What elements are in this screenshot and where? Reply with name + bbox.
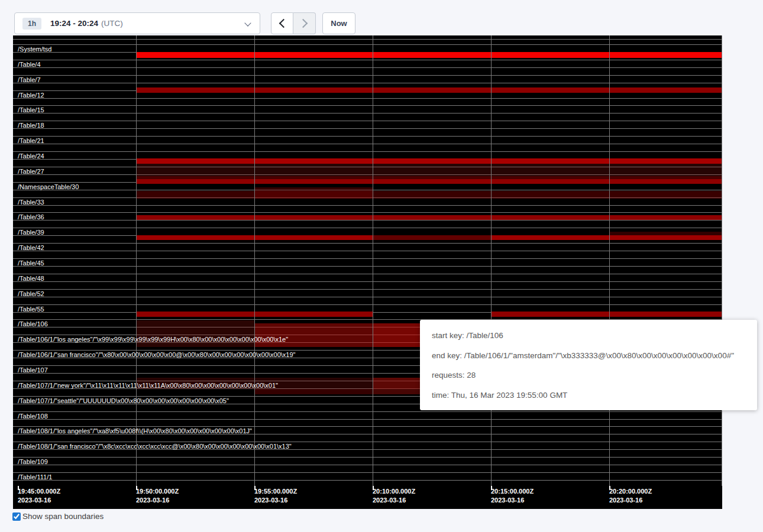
tooltip-end-key: end key: /Table/106/1/"amsterdam"/"\xb33… (432, 346, 745, 366)
span-boundary-line (13, 60, 722, 60)
span-boundary-line (13, 98, 722, 99)
span-boundary-line (13, 472, 722, 473)
heat-band (255, 389, 373, 394)
span-boundary-line (13, 243, 722, 244)
x-axis-tick-label: 19:50:00.000Z 2023-03-16 (136, 487, 179, 504)
span-boundary-line (13, 274, 722, 274)
tooltip-requests: requests: 28 (432, 365, 745, 385)
time-range-label: 19:24 - 20:24 (50, 19, 98, 28)
span-boundary-line (13, 121, 722, 121)
show-span-boundaries-label: Show span boundaries (22, 512, 104, 521)
row-label: /Table/52 (18, 290, 44, 297)
span-boundary-line (13, 128, 722, 129)
span-boundary-line (13, 75, 722, 76)
grid-line-vertical (722, 35, 722, 486)
now-button[interactable]: Now (322, 12, 355, 34)
row-label: /Table/107/1/"seattle"/"UUUUUUD\x00\x80\… (18, 397, 229, 404)
grid-line-vertical (254, 35, 255, 486)
span-boundary-line (13, 289, 722, 290)
row-label: /Table/4 (18, 61, 41, 68)
grid-line-vertical (609, 35, 610, 486)
heat-band (137, 320, 254, 347)
row-label: /Table/106/1/"los angeles"/"\x99\x99\x99… (18, 336, 288, 343)
row-label: /Table/45 (18, 259, 44, 267)
heat-band (137, 52, 722, 58)
row-label: /NamespaceTable/30 (18, 183, 79, 190)
row-label: /Table/18 (18, 122, 44, 129)
span-boundary-line (13, 266, 722, 267)
x-axis-tick-label: 20:15:00.000Z 2023-03-16 (491, 487, 534, 504)
row-label: /Table/39 (18, 229, 44, 236)
span-boundary-line (13, 144, 722, 144)
row-label: /Table/48 (18, 275, 44, 282)
span-boundary-line (13, 136, 722, 137)
row-label: /Table/108/1/"los angeles"/"\xa8\xf5\u00… (18, 427, 252, 434)
timezone-label: (UTC) (101, 19, 123, 28)
heat-band (137, 179, 722, 184)
span-boundary-line (13, 297, 722, 297)
span-boundary-line (13, 419, 722, 420)
row-label: /Table/107 (18, 366, 48, 374)
x-axis-tick-label: 20:10:00.000Z 2023-03-16 (373, 487, 415, 504)
row-label: /Table/36 (18, 213, 44, 220)
grid-line-vertical (136, 35, 137, 486)
span-boundary-line (13, 411, 722, 412)
row-label: /Table/111/1 (18, 473, 52, 481)
heat-band (492, 312, 722, 317)
row-label: /Table/24 (18, 153, 44, 160)
tooltip-time: time: Thu, 16 Mar 2023 19:55:00 GMT (432, 385, 745, 406)
key-visualizer-canvas[interactable] (13, 35, 722, 509)
span-boundary-line (13, 220, 722, 220)
span-boundary-line (13, 480, 722, 481)
chevron-down-icon (244, 20, 251, 26)
chevron-left-icon (279, 19, 288, 28)
row-label: /Table/21 (18, 137, 44, 144)
row-label: /Table/106 (18, 320, 48, 327)
cell-tooltip: start key: /Table/106 end key: /Table/10… (420, 320, 757, 410)
x-axis-tick-label: 19:45:00.000Z 2023-03-16 (18, 487, 60, 504)
heat-band (137, 164, 722, 176)
span-boundary-line (13, 83, 722, 83)
span-boundary-line (13, 212, 722, 213)
grid-line-vertical (373, 35, 373, 486)
span-boundary-line (13, 205, 722, 206)
heat-band (137, 191, 722, 199)
span-boundary-line (13, 105, 722, 106)
span-boundary-line (13, 304, 722, 305)
row-label: /Table/15 (18, 106, 44, 113)
row-label: /Table/109 (18, 458, 48, 465)
row-label: /Table/42 (18, 244, 44, 251)
span-boundary-line (13, 113, 722, 113)
page: 1h 19:24 - 20:24 (UTC) Now start key: /T… (0, 0, 763, 532)
row-label: /Table/7 (18, 76, 41, 83)
row-label: /Table/108 (18, 413, 48, 420)
heat-band (137, 158, 722, 164)
show-span-boundaries-checkbox[interactable] (12, 512, 21, 521)
span-boundary-line (13, 39, 722, 40)
row-label: /System/tsd (18, 46, 51, 53)
span-boundaries-row: Show span boundaries (12, 512, 104, 521)
span-boundary-line (13, 457, 722, 458)
row-label: /Table/33 (18, 199, 44, 206)
span-boundary-line (13, 67, 722, 68)
span-boundary-line (13, 258, 722, 259)
time-step-buttons (271, 12, 316, 34)
heat-band (255, 323, 373, 347)
next-interval-button-disabled[interactable] (293, 12, 316, 34)
span-boundary-line (13, 44, 722, 45)
row-label: /Table/108/1/"san francisco"/"\x8c\xcc\x… (18, 443, 292, 450)
span-boundary-line (13, 151, 722, 152)
tooltip-start-key: start key: /Table/106 (432, 326, 745, 346)
span-boundary-line (13, 426, 722, 427)
span-boundary-line (13, 228, 722, 228)
prev-interval-button[interactable] (271, 12, 293, 34)
x-axis-tick-label: 20:20:00.000Z 2023-03-16 (609, 487, 652, 504)
heat-band (137, 215, 722, 220)
time-preset-badge: 1h (22, 18, 41, 30)
span-boundary-line (13, 442, 722, 442)
time-range-selector[interactable]: 1h 19:24 - 20:24 (UTC) (14, 12, 260, 34)
span-boundary-line (13, 465, 722, 465)
row-label: /Table/27 (18, 168, 44, 175)
heat-band (255, 191, 373, 199)
chevron-right-icon (299, 19, 308, 28)
